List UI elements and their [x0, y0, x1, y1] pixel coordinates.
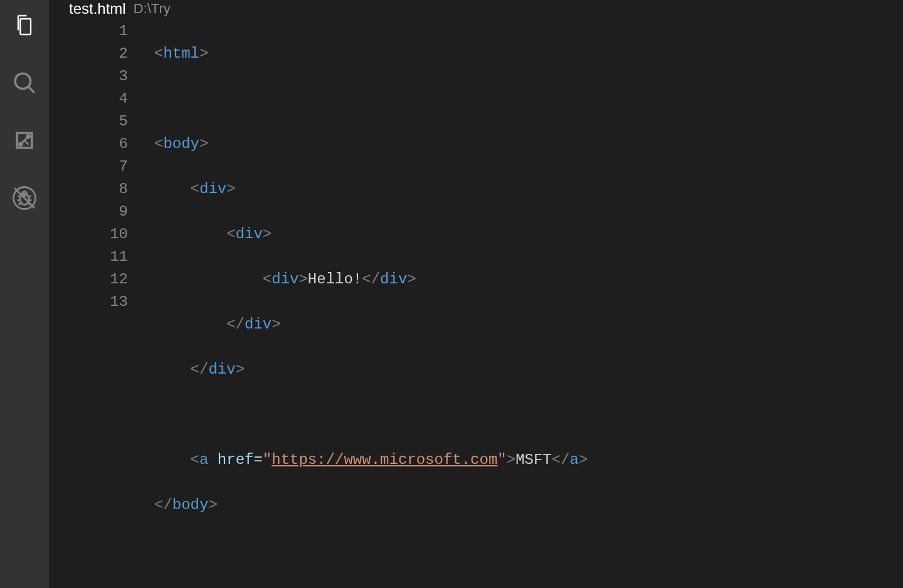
tab-bar: test.html D:\Try: [49, 0, 903, 18]
editor-scrollbar[interactable]: [889, 20, 903, 588]
line-gutter: 12345678910111213: [49, 20, 154, 588]
line-number: 8: [49, 178, 128, 201]
code-editor[interactable]: 12345678910111213 <html> <body> <div> <d…: [49, 18, 903, 588]
svg-line-9: [18, 196, 21, 197]
line-number: 4: [49, 88, 128, 110]
svg-line-13: [18, 203, 21, 205]
search-icon[interactable]: [11, 69, 38, 97]
source-control-icon[interactable]: [11, 127, 38, 154]
svg-point-0: [15, 73, 31, 89]
line-number: 9: [49, 201, 128, 223]
line-number: 10: [49, 223, 128, 246]
svg-line-1: [28, 87, 34, 93]
code-content[interactable]: <html> <body> <div> <div> <div>Hello!</d…: [154, 20, 889, 588]
explorer-icon[interactable]: [11, 11, 38, 39]
line-number: 5: [49, 110, 128, 133]
line-number: 2: [49, 43, 128, 65]
line-number: 3: [49, 65, 128, 88]
svg-line-10: [28, 196, 31, 197]
editor-area: test.html D:\Try 12345678910111213 <html…: [49, 0, 903, 588]
tab-path: D:\Try: [134, 1, 171, 17]
line-number: 7: [49, 155, 128, 178]
line-number: 11: [49, 246, 128, 268]
svg-rect-5: [23, 139, 29, 145]
line-number: 6: [49, 133, 128, 155]
line-number: 13: [49, 291, 128, 313]
line-number: 1: [49, 20, 128, 43]
activity-bar: [0, 0, 49, 588]
tab-filename[interactable]: test.html: [69, 0, 126, 18]
line-number: 12: [49, 268, 128, 291]
debug-icon[interactable]: [11, 184, 38, 212]
